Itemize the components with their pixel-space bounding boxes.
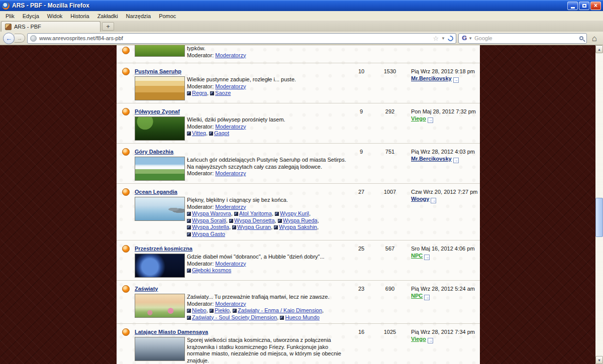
subforum-link[interactable]: Wyspa Gasto bbox=[192, 231, 225, 237]
goto-last-post-icon[interactable] bbox=[453, 77, 459, 83]
history-dropdown-icon[interactable]: ▼ bbox=[441, 36, 445, 41]
last-post-date: Pią Wrz 28, 2012 4:03 pm bbox=[411, 149, 478, 155]
forum-title-link[interactable]: Przestrzeń kosmiczna bbox=[135, 246, 192, 252]
subforum-icon bbox=[275, 212, 279, 216]
forum-title-link[interactable]: Ocean Legandia bbox=[135, 189, 177, 195]
last-post-author-link[interactable]: NPC bbox=[411, 293, 423, 299]
home-button[interactable]: ⌂ bbox=[589, 34, 600, 43]
subforum-link[interactable]: Wyspy Kuril bbox=[280, 210, 309, 216]
scrollbar-track[interactable] bbox=[595, 53, 603, 356]
topics-count: 9 bbox=[351, 147, 372, 181]
moderator-link[interactable]: Moderatorzy bbox=[215, 301, 246, 307]
tab-label: ARS - PBF bbox=[14, 24, 41, 30]
close-button[interactable]: × bbox=[590, 2, 601, 10]
forum-title-link[interactable]: Półwysep Zyonaf bbox=[135, 108, 180, 115]
url-text[interactable]: www.anrevosprites.net/f84-ars-pbf bbox=[39, 35, 430, 41]
search-box[interactable]: G ▼ Google bbox=[458, 33, 587, 44]
subforum-link[interactable]: Wyspa Jostella bbox=[192, 224, 229, 230]
subforum-icon bbox=[209, 132, 213, 136]
subforum-icon bbox=[278, 219, 282, 223]
subforum-item: Zaświaty - Enma / Kaio Dimension bbox=[233, 307, 322, 313]
reload-icon[interactable] bbox=[447, 34, 454, 42]
moderator-label: Moderator: bbox=[187, 124, 214, 130]
subforum-link[interactable]: Wyspa Guran bbox=[237, 224, 271, 230]
forum-title-link[interactable]: Góry Dabezhia bbox=[135, 149, 173, 155]
menu-narzedzia[interactable]: Narzędzia bbox=[122, 12, 155, 20]
subforum-link[interactable]: Hueco Mundo bbox=[285, 314, 320, 320]
subforum-link[interactable]: Zaświaty - Enma / Kaio Dimension bbox=[238, 307, 322, 313]
forum-thumbnail bbox=[135, 45, 185, 57]
url-bar[interactable]: www.anrevosprites.net/f84-ars-pbf ☆ ▼ bbox=[27, 33, 456, 44]
forward-button[interactable]: → bbox=[15, 34, 25, 43]
goto-last-post-icon[interactable] bbox=[424, 255, 430, 260]
last-post-author-link[interactable]: Woogy bbox=[411, 196, 429, 202]
goto-last-post-icon[interactable] bbox=[431, 198, 436, 203]
search-engine-dropdown-icon[interactable]: ▼ bbox=[468, 36, 472, 41]
last-post-author-link[interactable]: NPC bbox=[411, 253, 423, 259]
back-button[interactable]: ← bbox=[3, 33, 15, 44]
moderator-label: Moderator: bbox=[187, 52, 214, 58]
last-post-author-link[interactable]: Mr.Bercikovsky bbox=[411, 75, 452, 81]
menu-pomoc[interactable]: Pomoc bbox=[155, 12, 180, 20]
minimize-button[interactable] bbox=[567, 2, 578, 10]
moderator-label: Moderator: bbox=[187, 301, 214, 307]
subforum-link[interactable]: Atol Yaritoma bbox=[239, 210, 272, 216]
last-post-author-link[interactable]: Mr.Bercikovsky bbox=[411, 156, 452, 162]
google-logo-icon[interactable]: G bbox=[462, 35, 466, 42]
subforum-link[interactable]: Głęboki kosmos bbox=[192, 267, 231, 273]
subforum-link[interactable]: Niebo bbox=[192, 307, 207, 313]
menu-edycja[interactable]: Edycja bbox=[19, 12, 43, 20]
subforum-link[interactable]: Gaqot bbox=[214, 130, 229, 136]
moderator-link[interactable]: Moderatorzy bbox=[215, 52, 246, 58]
moderator-link[interactable]: Moderatorzy bbox=[215, 261, 246, 267]
search-input[interactable]: Google bbox=[474, 35, 577, 41]
subforum-link[interactable]: Vitteq bbox=[192, 130, 206, 136]
subforum-icon bbox=[187, 219, 191, 223]
search-magnifier-icon[interactable] bbox=[579, 36, 583, 40]
menu-widok[interactable]: Widok bbox=[43, 12, 67, 20]
scrollbar-thumb[interactable] bbox=[595, 198, 603, 237]
goto-last-post-icon[interactable] bbox=[428, 117, 433, 123]
vertical-scrollbar[interactable]: ▲ ▼ bbox=[595, 45, 603, 364]
scroll-up-button[interactable]: ▲ bbox=[595, 45, 603, 53]
subforum-link[interactable]: Wyspa Soraiti bbox=[192, 217, 226, 223]
menu-plik[interactable]: Plik bbox=[2, 12, 19, 20]
goto-last-post-icon[interactable] bbox=[424, 295, 430, 300]
goto-last-post-icon[interactable] bbox=[453, 158, 459, 163]
forum-thumbnail bbox=[135, 197, 185, 221]
forum-status-icon bbox=[122, 47, 130, 54]
moderator-link[interactable]: Moderatorzy bbox=[215, 170, 246, 176]
subforum-separator: , bbox=[309, 210, 311, 216]
subforum-icon bbox=[229, 219, 233, 223]
forum-title-link[interactable]: Latające Miasto Damensaya bbox=[135, 329, 208, 335]
forum-title-link[interactable]: Pustynia Saeruhp bbox=[135, 68, 181, 75]
forum-status-icon bbox=[122, 188, 130, 196]
goto-last-post-icon[interactable] bbox=[428, 338, 433, 343]
posts-count: 690 bbox=[372, 284, 408, 321]
subforum-link[interactable]: Wyspa Rueda bbox=[283, 217, 318, 223]
scroll-down-button[interactable]: ▼ bbox=[595, 356, 603, 364]
moderator-link[interactable]: Moderatorzy bbox=[215, 124, 246, 130]
subforum-item: Wyspy Kuril bbox=[275, 210, 309, 216]
bookmark-star-icon[interactable]: ☆ bbox=[433, 35, 439, 42]
posts-count: 567 bbox=[372, 244, 408, 278]
subforum-link[interactable]: Zaświaty - Soul Society Dimension bbox=[192, 314, 277, 320]
last-post-author-link[interactable]: Viego bbox=[411, 336, 426, 342]
menu-historia[interactable]: Historia bbox=[66, 12, 93, 20]
restore-button[interactable] bbox=[579, 2, 589, 10]
subforum-link[interactable]: Saoze bbox=[215, 90, 231, 96]
forum-title-link[interactable]: Zaświaty bbox=[135, 286, 158, 292]
moderator-link[interactable]: Moderatorzy bbox=[215, 204, 246, 210]
subforum-link[interactable]: Piekło bbox=[215, 307, 230, 313]
tab-ars-pbf[interactable]: ARS - PBF bbox=[1, 21, 100, 32]
subforum-link[interactable]: Wyspa Warovra bbox=[192, 210, 231, 216]
last-post-cell: Pią Wrz 28, 2012 4:03 pm Mr.Bercikovsky bbox=[408, 147, 480, 181]
last-post-author-link[interactable]: Viego bbox=[411, 115, 426, 122]
moderator-link[interactable]: Moderatorzy bbox=[215, 83, 246, 89]
menu-zakladki[interactable]: Zakładki bbox=[93, 12, 122, 20]
new-tab-button[interactable]: + bbox=[102, 22, 114, 31]
last-post-cell: Sro Maj 16, 2012 4:06 pm NPC bbox=[408, 244, 480, 278]
subforum-link[interactable]: Wyspa Sakshin bbox=[279, 224, 317, 230]
subforum-link[interactable]: Regra bbox=[192, 90, 207, 96]
subforum-link[interactable]: Wyspa Densetta bbox=[234, 217, 275, 223]
